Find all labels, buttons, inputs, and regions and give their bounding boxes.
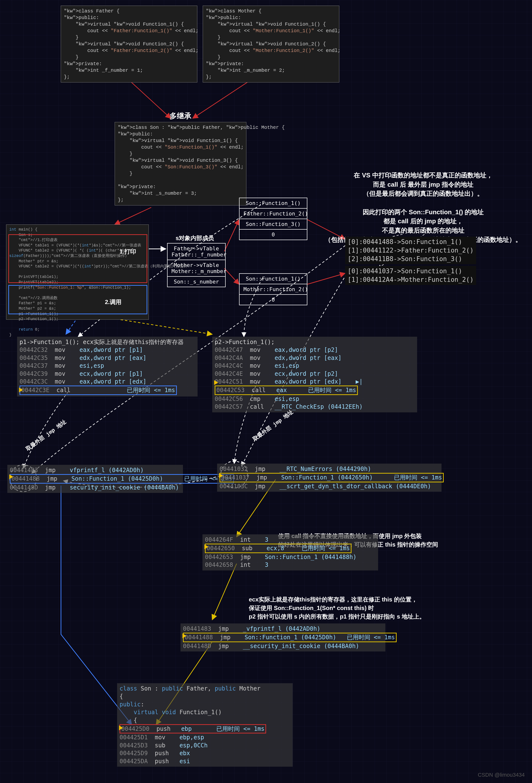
vtable-father: Son::Function_1()Father::Function_2()Son… (239, 198, 307, 240)
rot-label-p2: 取最外层 jmp 地址 (251, 408, 295, 443)
layout-table: Father->vTableFather::_f_numberMother->v… (167, 243, 226, 287)
cursor-icon (204, 544, 208, 549)
main-call-hl (8, 285, 147, 314)
asm-sub: 0044264F int 3 00442650 sub ecx,8 已用时间 <… (202, 534, 378, 570)
rot-label-p1: 取最外层 jmp 地址 (24, 418, 68, 452)
asm-jmp-a: 00441483 jmp vfprintf_l (0442AD0h) 00441… (7, 465, 183, 493)
cursor-icon (9, 474, 13, 479)
cursor-icon (19, 387, 23, 393)
multi-inherit-title: 多继承 (161, 111, 200, 121)
note-jmp-address: 在 VS 中打印函数的地址都不是真正的函数地址，而是 call 后 最外层 jm… (317, 171, 529, 245)
asm-p1: p1->Function_1(); ecx实际上就是存储this指针的寄存器 0… (17, 337, 198, 397)
son-class-box: "kw">class Son : "kw">public Father, "kw… (114, 122, 246, 206)
layout-title: s对象内部成员 (176, 234, 214, 242)
watermark: CSDN @limou3434 (478, 772, 525, 778)
cursor-icon (219, 473, 223, 478)
note-ecx-this: ecx实际上就是存储this指针的寄存器，这里在修正 this 的位置，保证使用… (249, 595, 468, 621)
asm-jmp-c: 00441483 jmp _vfprintf_l (0442AD0h) 0044… (180, 623, 386, 652)
cursor-icon (182, 633, 186, 638)
asm-jmp-b: 00441032 jmp __RTC_NumErrors (0444290h) … (217, 464, 441, 492)
vtable-mother: Son::Function_1()Mother::Function_2()0 (239, 273, 307, 305)
cursor-icon (214, 380, 218, 385)
father-class-box: "kw">class Father { "kw">public: "kw">vi… (61, 6, 197, 83)
main-print-hl (8, 234, 147, 283)
asm-final: class Son : public Father, public Mother… (117, 683, 293, 766)
cursor-icon (119, 725, 123, 730)
vtprint-2: [0]:00441037->Son:Function_1() [1]:00441… (345, 266, 476, 285)
vtprint-1: [0]:00441488->Son:Function_1() [1]:00441… (345, 237, 476, 264)
asm-p2: p2->Function_1(); 00442C47 mov eax,dword… (212, 337, 417, 412)
mother-class-box: "kw">class Mother { "kw">public: "kw">vi… (203, 6, 339, 83)
